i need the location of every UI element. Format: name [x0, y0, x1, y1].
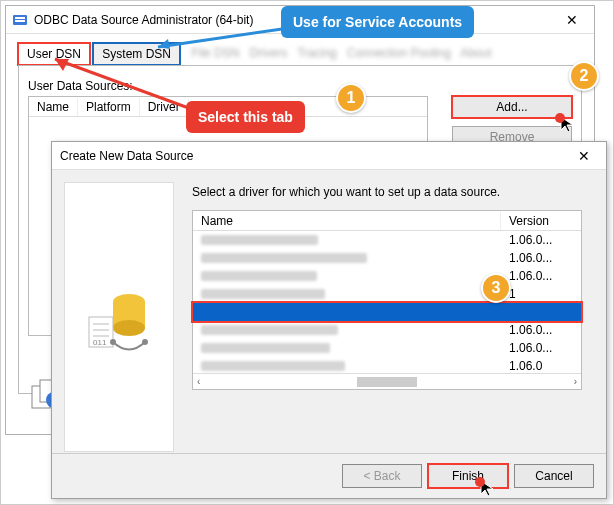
- wizard-title: Create New Data Source: [52, 149, 562, 163]
- close-button[interactable]: ✕: [550, 6, 594, 34]
- odbc-icon: [12, 12, 28, 28]
- wizard-close-button[interactable]: ✕: [562, 142, 606, 170]
- tab-strip: User DSN System DSN File DSN Drivers Tra…: [18, 42, 582, 66]
- horizontal-scrollbar[interactable]: ‹›: [193, 373, 581, 389]
- tab-user-dsn[interactable]: User DSN: [18, 43, 90, 65]
- badge-3: 3: [481, 273, 511, 303]
- col-driver[interactable]: Driver: [140, 98, 189, 116]
- driver-row[interactable]: 1.06.0...: [193, 321, 581, 339]
- col-platform[interactable]: Platform: [78, 98, 140, 116]
- tab-other-blurred: File DSN Drivers Tracing Connection Pool…: [183, 43, 499, 63]
- click-dot: [555, 113, 565, 123]
- wizard-graphic: 011: [64, 182, 174, 452]
- wizard-instruction: Select a driver for which you want to se…: [192, 185, 500, 199]
- badge-1: 1: [336, 83, 366, 113]
- svg-rect-2: [15, 20, 25, 22]
- driver-row[interactable]: 1.06.0...: [193, 249, 581, 267]
- svg-text:011: 011: [93, 338, 107, 347]
- driver-list[interactable]: Name Version 1.06.0...1.06.0...1.06.0...…: [192, 210, 582, 390]
- svg-rect-1: [15, 17, 25, 19]
- col-driver-name[interactable]: Name: [193, 212, 501, 230]
- driver-row-selected[interactable]: [193, 303, 581, 321]
- svg-point-13: [113, 320, 145, 336]
- back-button[interactable]: < Back: [342, 464, 422, 488]
- driver-list-header: Name Version: [193, 211, 581, 231]
- col-name[interactable]: Name: [29, 98, 78, 116]
- user-data-sources-label: User Data Sources:: [28, 79, 133, 93]
- col-driver-version[interactable]: Version: [501, 212, 581, 230]
- tab-system-dsn[interactable]: System DSN: [93, 43, 180, 65]
- driver-row[interactable]: 1.06.0...: [193, 267, 581, 285]
- driver-row[interactable]: 1: [193, 285, 581, 303]
- badge-2: 2: [569, 61, 599, 91]
- cancel-button[interactable]: Cancel: [514, 464, 594, 488]
- add-button[interactable]: Add...: [452, 96, 572, 118]
- create-data-source-window: Create New Data Source ✕ 011 Select a dr…: [51, 141, 607, 499]
- callout-service-accounts: Use for Service Accounts: [281, 6, 474, 38]
- svg-point-19: [110, 339, 116, 345]
- driver-row[interactable]: 1.06.0...: [193, 339, 581, 357]
- wizard-titlebar: Create New Data Source ✕: [52, 142, 606, 170]
- driver-row[interactable]: 1.06.0...: [193, 231, 581, 249]
- wizard-button-row: < Back Finish Cancel: [342, 464, 594, 488]
- click-dot: [475, 477, 485, 487]
- svg-point-20: [142, 339, 148, 345]
- callout-select-tab: Select this tab: [186, 101, 305, 133]
